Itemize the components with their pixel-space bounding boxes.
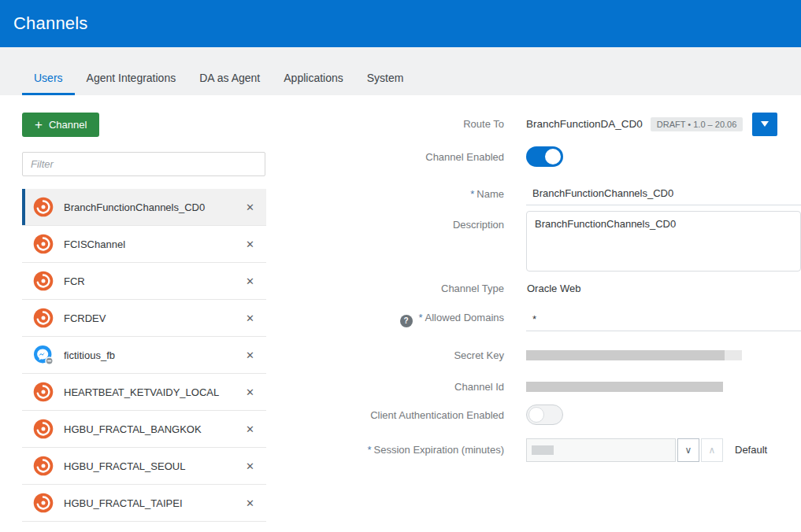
channel-name: FCR (64, 275, 237, 287)
channel-id-row: Channel Id (347, 380, 801, 393)
version-badge: DRAFT • 1.0 – 20.06 (651, 117, 743, 131)
channel-id-redacted-value (526, 382, 723, 392)
channel-type-value: Oracle Web (526, 283, 580, 294)
oda-channel-icon (33, 456, 54, 476)
channel-list-item[interactable]: FCR✕ (22, 263, 266, 300)
channel-type-label: Channel Type (347, 283, 504, 294)
channel-list: BranchFunctionChannels_CD0✕FCISChannel✕F… (22, 189, 266, 522)
channel-name: fictitious_fb (64, 349, 237, 361)
name-label: *Name (347, 188, 504, 200)
help-icon[interactable]: ? (400, 315, 413, 327)
description-textarea[interactable]: BranchFunctionChannels_CD0 (526, 211, 801, 272)
description-label: Description (347, 219, 504, 231)
oda-channel-icon (33, 234, 54, 254)
delete-channel-icon[interactable]: ✕ (243, 312, 257, 325)
description-row: Description BranchFunctionChannels_CD0 (347, 211, 801, 272)
client-auth-row: Client Authentication Enabled (347, 404, 801, 426)
oda-channel-icon (33, 382, 54, 402)
client-auth-toggle[interactable] (526, 405, 563, 425)
name-input[interactable] (526, 182, 801, 205)
allowed-domains-label: ?*Allowed Domains (347, 312, 504, 327)
session-expiration-redacted-value (532, 445, 554, 455)
tab-users[interactable]: Users (22, 64, 75, 95)
chevron-down-icon (761, 121, 769, 127)
client-auth-label: Client Authentication Enabled (347, 409, 504, 421)
tab-system[interactable]: System (355, 64, 416, 95)
delete-channel-icon[interactable]: ✕ (243, 238, 257, 251)
channel-enabled-toggle[interactable] (526, 146, 563, 167)
required-asterisk: * (419, 312, 423, 323)
session-expiration-row: *Session Expiration (minutes) ∨ ∧ Defaul… (347, 438, 801, 462)
route-to-dropdown-button[interactable] (752, 113, 777, 136)
session-expiration-label: *Session Expiration (minutes) (347, 444, 504, 456)
channel-name: HGBU_FRACTAL_BANGKOK (64, 423, 237, 435)
filter-input[interactable] (22, 152, 265, 176)
toggle-knob (545, 149, 561, 164)
tab-da-as-agent[interactable]: DA as Agent (187, 64, 272, 95)
channel-name: FCISChannel (64, 238, 237, 250)
allowed-domains-input[interactable] (526, 308, 801, 331)
plus-icon: + (35, 118, 43, 131)
oda-channel-icon (33, 271, 54, 291)
channel-name: HGBU_FRACTAL_SEOUL (64, 460, 237, 472)
route-to-row: Route To BranchFunctionDA_CD0 DRAFT • 1.… (347, 112, 801, 136)
oda-channel-icon (33, 197, 54, 217)
channel-list-item[interactable]: HGBU_FRACTAL_SEOUL✕ (22, 448, 266, 485)
channel-list-item[interactable]: HGBU_FRACTAL_TAIPEI✕ (22, 485, 266, 522)
oda-channel-icon (33, 493, 54, 513)
channel-list-item[interactable]: FCRDEV✕ (22, 300, 266, 337)
channel-list-item[interactable]: FCISChannel✕ (22, 226, 266, 263)
toggle-knob (528, 407, 544, 423)
app-header: Channels (0, 0, 801, 47)
channel-list-item[interactable]: HGBU_FRACTAL_BANGKOK✕ (22, 411, 266, 448)
required-asterisk: * (367, 444, 371, 456)
page-title: Channels (13, 13, 88, 34)
secret-key-redacted-tail (725, 350, 742, 360)
channel-list-item[interactable]: HEARTBEAT_KETVAIDY_LOCAL✕ (22, 374, 266, 411)
secret-key-redacted-value (526, 350, 725, 360)
add-channel-button[interactable]: + Channel (22, 113, 99, 137)
add-channel-button-label: Channel (49, 119, 87, 131)
delete-channel-icon[interactable]: ✕ (243, 349, 257, 362)
route-to-value: BranchFunctionDA_CD0 (526, 118, 643, 130)
secret-key-row: Secret Key (347, 349, 801, 361)
delete-channel-icon[interactable]: ✕ (243, 497, 257, 510)
tab-bar: UsersAgent IntegrationsDA as AgentApplic… (0, 47, 801, 95)
delete-channel-icon[interactable]: ✕ (243, 423, 257, 436)
name-row: *Name (347, 182, 801, 205)
channel-detail-form: Route To BranchFunctionDA_CD0 DRAFT • 1.… (347, 95, 801, 462)
delete-channel-icon[interactable]: ✕ (243, 386, 257, 399)
channel-name: HGBU_FRACTAL_TAIPEI (64, 497, 237, 509)
route-to-label: Route To (347, 118, 504, 130)
channel-type-row: Channel Type Oracle Web (347, 278, 801, 298)
channel-enabled-row: Channel Enabled (347, 146, 801, 168)
content-area: + Channel BranchFunctionChannels_CD0✕FCI… (0, 95, 801, 532)
required-asterisk: * (470, 188, 474, 200)
delete-channel-icon[interactable]: ✕ (243, 201, 257, 214)
channel-id-label: Channel Id (347, 381, 504, 393)
channel-list-item[interactable]: BranchFunctionChannels_CD0✕ (22, 189, 266, 226)
delete-channel-icon[interactable]: ✕ (243, 275, 257, 288)
oda-channel-icon (33, 308, 54, 328)
allowed-domains-row: ?*Allowed Domains (347, 308, 801, 331)
channel-name: FCRDEV (64, 312, 237, 324)
stepper-down-button[interactable]: ∨ (677, 438, 699, 462)
delete-channel-icon[interactable]: ✕ (243, 460, 257, 473)
secret-key-label: Secret Key (347, 349, 504, 361)
channel-list-item[interactable]: fictitious_fb✕ (22, 337, 266, 374)
tab-agent-integrations[interactable]: Agent Integrations (75, 64, 188, 95)
session-expiration-default: Default (735, 444, 767, 456)
channel-name: HEARTBEAT_KETVAIDY_LOCAL (64, 386, 237, 398)
session-expiration-input[interactable] (526, 438, 676, 462)
tab-applications[interactable]: Applications (272, 64, 355, 95)
channel-name: BranchFunctionChannels_CD0 (64, 201, 237, 213)
stepper-up-button[interactable]: ∧ (701, 438, 723, 462)
channel-list-panel: + Channel BranchFunctionChannels_CD0✕FCI… (13, 95, 266, 532)
channel-enabled-label: Channel Enabled (347, 151, 504, 163)
oda-channel-icon (33, 419, 54, 439)
messenger-channel-icon (33, 345, 54, 365)
